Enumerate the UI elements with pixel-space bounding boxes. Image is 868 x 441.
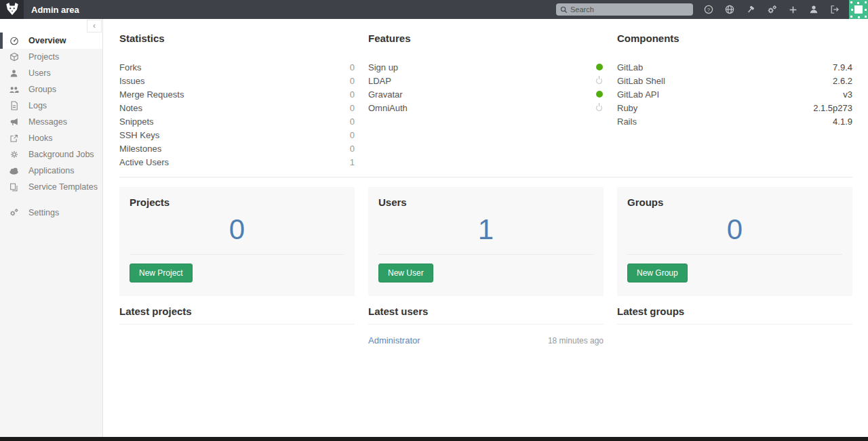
sidebar-item-label: Users (28, 68, 51, 78)
feature-label: Sign up (368, 62, 398, 72)
help-icon[interactable]: ? (701, 3, 716, 16)
feature-status-icon (595, 90, 604, 98)
gitlab-logo[interactable] (0, 0, 24, 19)
sidebar-item-settings[interactable]: Settings (0, 205, 102, 221)
sidebar-item-applications[interactable]: Applications (0, 163, 102, 179)
stat-label: Milestones (119, 144, 161, 154)
external-link-icon (9, 133, 19, 144)
stat-row: SSH Keys0 (119, 128, 355, 142)
user-avatar[interactable] (849, 0, 868, 19)
sidebar-item-projects[interactable]: Projects (0, 49, 102, 65)
users-card: Users 1 New User (368, 187, 604, 296)
cogs-icon (9, 208, 19, 218)
stat-value: 0 (350, 89, 355, 100)
identicon-center (854, 5, 863, 14)
sidebar-item-hooks[interactable]: Hooks (0, 130, 102, 146)
component-label: GitLab Shell (617, 76, 665, 86)
latest-divider (617, 324, 852, 324)
identicon-dots (850, 1, 852, 3)
statistics-heading: Statistics (119, 33, 355, 44)
sidebar-item-logs[interactable]: Logs (0, 98, 102, 114)
component-version: 4.1.9 (833, 117, 852, 127)
feature-label: OmniAuth (368, 103, 408, 113)
sidebar-item-background-jobs[interactable]: Background Jobs (0, 146, 102, 163)
sidebar-item-label: Applications (28, 166, 74, 175)
card-title: Groups (627, 196, 842, 208)
cog-icon (9, 150, 19, 160)
sidebar-item-label: Groups (28, 85, 56, 94)
stat-label: Merge Requests (119, 89, 184, 100)
new-user-button[interactable]: New User (378, 264, 433, 282)
stat-row: Merge Requests0 (119, 87, 355, 101)
plus-icon[interactable] (785, 3, 800, 16)
stat-row: Issues0 (119, 74, 355, 87)
sidebar-fill (0, 221, 102, 437)
user-link[interactable]: Administrator (368, 335, 420, 345)
stat-label: SSH Keys (119, 130, 159, 140)
component-row: GitLab Shell2.6.2 (617, 74, 852, 87)
sidebar-item-users[interactable]: Users (0, 65, 102, 81)
latest-projects-heading: Latest projects (119, 306, 355, 317)
feature-status-icon (595, 63, 604, 71)
latest-user-row: Administrator 18 minutes ago (368, 324, 604, 345)
component-label: Rails (617, 117, 637, 127)
new-group-button[interactable]: New Group (627, 264, 688, 282)
feature-row: Sign up (368, 60, 604, 74)
latest-groups-heading: Latest groups (617, 306, 852, 317)
card-divider (130, 254, 344, 255)
users-count-link[interactable]: 1 (378, 213, 593, 246)
component-version: v3 (843, 89, 852, 100)
sidebar-item-overview[interactable]: Overview (0, 33, 102, 49)
user-created-time: 18 minutes ago (548, 336, 604, 345)
latest-users-heading: Latest users (368, 306, 604, 317)
stat-row: Snippets0 (119, 114, 355, 128)
gears-icon[interactable] (764, 3, 779, 16)
feature-status-icon (595, 77, 604, 85)
card-title: Users (378, 196, 593, 208)
feature-status-icon (595, 104, 604, 112)
stat-row: Notes0 (119, 101, 355, 114)
globe-icon[interactable] (722, 3, 737, 16)
user-icon[interactable] (806, 3, 821, 16)
search-box[interactable] (556, 3, 693, 16)
component-label: Ruby (617, 103, 637, 113)
sign-out-icon[interactable] (827, 3, 842, 16)
sidebar-item-label: Messages (28, 117, 67, 127)
section-divider (119, 177, 852, 177)
projects-card: Projects 0 New Project (119, 187, 355, 296)
groups-count-link[interactable]: 0 (627, 213, 842, 246)
stat-value: 0 (350, 117, 355, 127)
bottom-window-edge (0, 437, 868, 441)
components-heading: Components (617, 33, 852, 44)
new-project-button[interactable]: New Project (130, 264, 193, 282)
component-version: 7.9.4 (833, 62, 852, 72)
latest-row: Latest projects Latest users Administrat… (119, 306, 852, 345)
sidebar-collapse-row: ‹ (0, 19, 102, 33)
sidebar-item-label: Overview (28, 36, 66, 45)
count-cards-row: Projects 0 New Project Users 1 New User … (119, 187, 852, 296)
file-icon (9, 101, 19, 111)
sidebar: ‹ Overview Projects Users Groups (0, 19, 103, 437)
card-divider (378, 254, 593, 255)
hammer-icon[interactable] (743, 3, 758, 16)
sidebar-item-service-templates[interactable]: Service Templates (0, 179, 102, 195)
feature-label: Gravatar (368, 89, 403, 100)
stat-value: 0 (350, 103, 355, 113)
latest-groups-section: Latest groups (617, 306, 852, 345)
stat-value: 0 (350, 76, 355, 86)
sidebar-item-groups[interactable]: Groups (0, 81, 102, 98)
component-label: GitLab API (617, 89, 659, 100)
component-row: Rails4.1.9 (617, 114, 852, 128)
stat-row: Active Users1 (119, 155, 355, 169)
sidebar-item-messages[interactable]: Messages (0, 114, 102, 130)
projects-count-link[interactable]: 0 (130, 213, 344, 246)
search-input[interactable] (570, 5, 689, 14)
dashboard-icon (9, 36, 19, 46)
stat-label: Issues (119, 76, 145, 86)
stat-label: Active Users (119, 157, 169, 167)
top-navbar: Admin area ? (0, 0, 868, 19)
sidebar-collapse-button[interactable]: ‹ (87, 20, 102, 33)
group-icon (9, 85, 19, 95)
bullhorn-icon (9, 117, 19, 127)
latest-users-section: Latest users Administrator 18 minutes ag… (368, 306, 604, 345)
